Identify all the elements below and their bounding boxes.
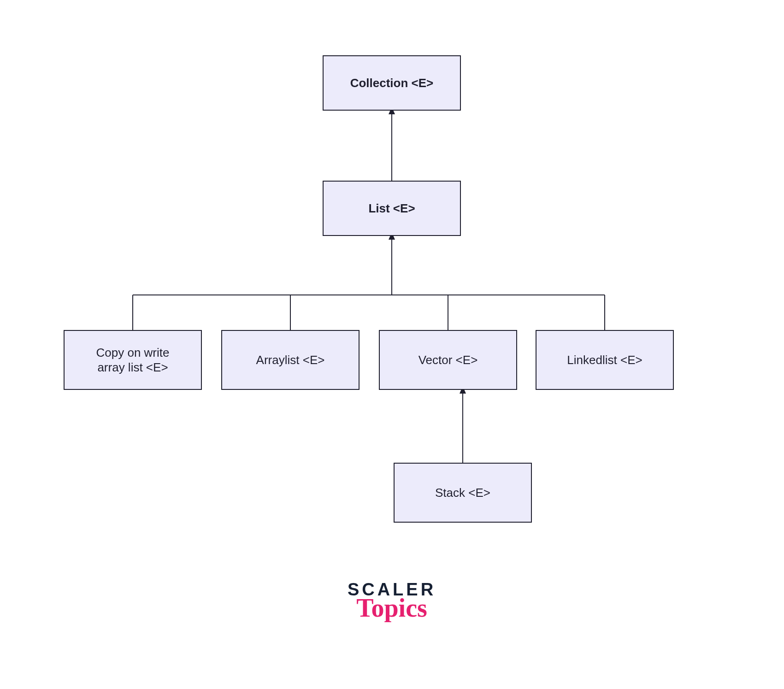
node-stack: Stack <E> (394, 463, 532, 523)
node-list: List <E> (323, 181, 461, 236)
node-arraylist: Arraylist <E> (221, 330, 360, 390)
diagram-canvas: Collection <E> List <E> Copy on write ar… (0, 0, 784, 689)
node-label: List <E> (368, 201, 415, 216)
node-label: Collection <E> (350, 76, 434, 91)
logo-topics-text: Topics (323, 593, 461, 623)
node-label: Linkedlist <E> (567, 353, 642, 368)
node-copy-on-write-arraylist: Copy on write array list <E> (64, 330, 202, 390)
node-linkedlist: Linkedlist <E> (536, 330, 674, 390)
node-label: Arraylist <E> (256, 353, 325, 368)
node-vector: Vector <E> (379, 330, 517, 390)
node-collection: Collection <E> (323, 55, 461, 111)
scaler-topics-logo: SCALER Topics (323, 580, 461, 623)
node-label: Copy on write array list <E> (96, 345, 170, 375)
node-label: Stack <E> (435, 485, 490, 501)
node-label: Vector <E> (419, 353, 478, 368)
